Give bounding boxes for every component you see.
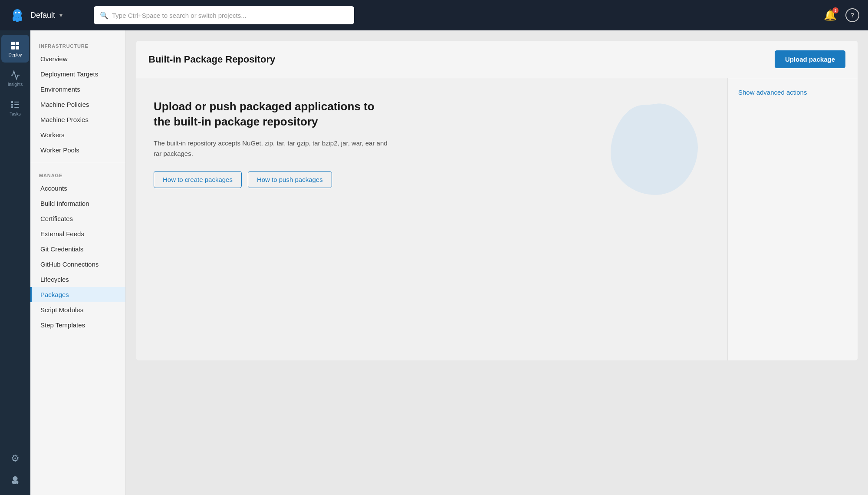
upload-package-button[interactable]: Upload package (775, 50, 845, 68)
rail-item-insights[interactable]: Insights (1, 64, 29, 92)
page-header: Built-in Package Repository Upload packa… (136, 41, 858, 78)
top-header: Default ▾ 🔍 🔔 1 ? (0, 0, 868, 30)
how-to-push-packages-button[interactable]: How to push packages (248, 171, 332, 188)
main-description: The built-in repository accepts NuGet, z… (154, 138, 388, 159)
svg-rect-11 (14, 102, 19, 102)
manage-section-title: MANAGE (30, 168, 125, 181)
logo-area: Default ▾ (9, 7, 87, 24)
sidebar-item-lifecycles[interactable]: Lifecycles (30, 272, 125, 287)
show-advanced-actions-link[interactable]: Show advanced actions (738, 89, 807, 96)
notifications-bell[interactable]: 🔔 1 (824, 9, 837, 21)
panels-row: Upload or push packaged applications to … (136, 78, 858, 360)
rail-bottom: ⚙ (7, 450, 24, 488)
sidebar-item-worker-pools[interactable]: Worker Pools (30, 142, 125, 158)
svg-point-3 (19, 16, 22, 21)
project-name: Default (30, 11, 55, 20)
sidebar-item-step-templates[interactable]: Step Templates (30, 317, 125, 333)
how-to-create-packages-button[interactable]: How to create packages (154, 171, 242, 188)
sidebar-item-github-connections[interactable]: GitHub Connections (30, 257, 125, 272)
project-dropdown[interactable]: ▾ (59, 12, 62, 19)
main-layout: Deploy Insights Tasks ⚙ (0, 30, 868, 495)
content-area: Built-in Package Repository Upload packa… (126, 30, 868, 495)
sidebar-item-overview[interactable]: Overview (30, 51, 125, 66)
svg-point-19 (16, 481, 19, 484)
right-panel: Show advanced actions (727, 78, 858, 360)
page-card: Built-in Package Repository Upload packa… (136, 41, 858, 360)
sidebar-item-machine-policies[interactable]: Machine Policies (30, 97, 125, 112)
tasks-label: Tasks (10, 112, 21, 116)
sidebar-item-packages[interactable]: Packages (30, 287, 125, 302)
sidebar-item-certificates[interactable]: Certificates (30, 211, 125, 226)
svg-rect-15 (14, 107, 19, 108)
sidebar: INFRASTRUCTURE Overview Deployment Targe… (30, 30, 126, 495)
rail-item-deploy[interactable]: Deploy (1, 35, 29, 63)
content-text-area: Upload or push packaged applications to … (154, 99, 388, 188)
sidebar-item-workers[interactable]: Workers (30, 127, 125, 142)
deploy-label: Deploy (8, 53, 22, 57)
insights-icon (10, 70, 20, 80)
svg-rect-14 (11, 106, 13, 108)
header-right: 🔔 1 ? (824, 8, 859, 22)
sidebar-item-deployment-targets[interactable]: Deployment Targets (30, 66, 125, 82)
search-icon: 🔍 (100, 11, 108, 20)
octopus-logo-icon (9, 7, 26, 24)
help-icon[interactable]: ? (845, 8, 859, 22)
action-buttons: How to create packages How to push packa… (154, 171, 388, 188)
main-panel: Upload or push packaged applications to … (136, 78, 727, 360)
svg-rect-7 (16, 42, 19, 45)
search-input[interactable] (112, 12, 348, 19)
sidebar-item-accounts[interactable]: Accounts (30, 181, 125, 196)
svg-point-16 (13, 476, 18, 481)
infrastructure-section-title: INFRASTRUCTURE (30, 39, 125, 51)
svg-rect-8 (11, 46, 15, 50)
sidebar-divider (30, 163, 125, 163)
svg-rect-10 (11, 101, 13, 103)
page-title: Built-in Package Repository (148, 54, 275, 65)
svg-rect-9 (16, 46, 19, 50)
settings-icon[interactable]: ⚙ (7, 450, 24, 467)
sidebar-item-environments[interactable]: Environments (30, 82, 125, 97)
svg-rect-6 (11, 42, 15, 45)
sidebar-item-build-information[interactable]: Build Information (30, 196, 125, 211)
sidebar-item-git-credentials[interactable]: Git Credentials (30, 241, 125, 257)
notification-badge: 1 (832, 7, 838, 13)
main-heading: Upload or push packaged applications to … (154, 99, 388, 129)
svg-point-1 (13, 16, 16, 21)
svg-point-4 (15, 12, 16, 13)
sidebar-item-script-modules[interactable]: Script Modules (30, 302, 125, 317)
tasks-icon (10, 99, 20, 110)
blob-background (602, 96, 706, 200)
svg-point-2 (16, 17, 19, 22)
svg-point-5 (18, 12, 20, 13)
octopus-logo-bottom[interactable] (7, 471, 24, 488)
left-rail: Deploy Insights Tasks ⚙ (0, 30, 30, 495)
illustration-area (597, 91, 710, 204)
rail-item-tasks[interactable]: Tasks (1, 94, 29, 122)
svg-rect-12 (11, 104, 13, 106)
sidebar-item-machine-proxies[interactable]: Machine Proxies (30, 112, 125, 127)
search-bar[interactable]: 🔍 (94, 6, 354, 24)
svg-rect-13 (14, 104, 19, 105)
deploy-icon (10, 40, 20, 51)
sidebar-item-external-feeds[interactable]: External Feeds (30, 226, 125, 241)
insights-label: Insights (8, 82, 23, 87)
